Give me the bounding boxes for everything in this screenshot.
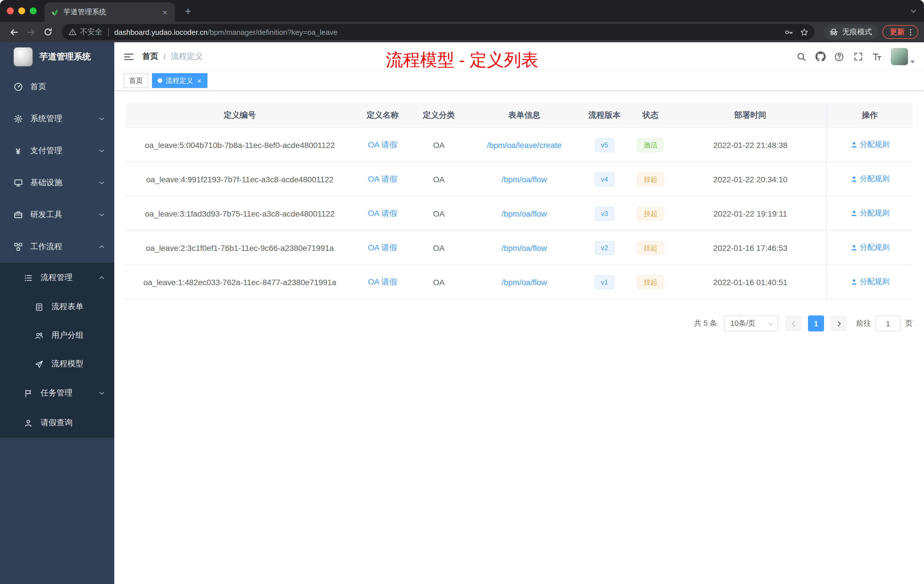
address-bar[interactable]: 不安全 dashboard.yudao.iocoder.cn /bpm/mana… xyxy=(62,24,814,40)
definition-name-link[interactable]: OA 请假 xyxy=(368,243,398,252)
assign-rule-button[interactable]: 分配规则 xyxy=(850,140,889,150)
sidebar-item-infrastructure[interactable]: 基础设施 xyxy=(0,167,114,199)
address-divider xyxy=(108,28,109,36)
definition-id: oa_leave:1:482ec033-762a-11ec-8477-a2380… xyxy=(144,277,336,287)
definition-name-link[interactable]: OA 请假 xyxy=(368,208,398,218)
app-logo[interactable]: 芋道管理系统 xyxy=(0,42,114,71)
definition-id: oa_leave:3:1fad3d93-7b75-11ec-a3c8-acde4… xyxy=(145,209,335,218)
user-menu[interactable] xyxy=(891,48,915,65)
zoom-window-button[interactable] xyxy=(30,7,36,14)
user-icon xyxy=(850,141,858,148)
form-link[interactable]: /bpm/oa/flow xyxy=(502,209,547,218)
page-number-button[interactable]: 1 xyxy=(808,315,824,332)
close-window-button[interactable] xyxy=(7,7,14,14)
status-badge: 挂起 xyxy=(637,206,664,220)
flag-icon xyxy=(23,388,33,398)
sidebar-item-user-group[interactable]: 用户分组 xyxy=(0,321,114,350)
search-icon[interactable] xyxy=(792,47,811,66)
url-host: dashboard.yudao.iocoder.cn xyxy=(114,28,208,36)
definition-name-link[interactable]: OA 请假 xyxy=(368,140,398,149)
col-status: 状态 xyxy=(627,104,674,128)
assign-rule-label: 分配规则 xyxy=(860,243,889,253)
chevron-up-icon xyxy=(98,243,105,250)
sidebar-item-task-mgmt[interactable]: 任务管理 xyxy=(0,378,114,408)
deploy-time: 2022-01-16 01:40:51 xyxy=(713,277,787,287)
chevron-down-icon xyxy=(98,211,105,218)
tag-label: 流程定义 xyxy=(166,76,193,86)
sidebar-item-label: 流程模型 xyxy=(51,359,83,369)
sidebar-item-label: 基础设施 xyxy=(30,178,62,188)
avatar[interactable] xyxy=(891,48,908,65)
sidebar-item-label: 支付管理 xyxy=(30,146,62,156)
chevron-up-icon xyxy=(98,274,105,281)
form-link[interactable]: /bpm/oa/flow xyxy=(502,175,547,184)
sidebar-item-leave-query[interactable]: 请假查询 xyxy=(0,408,114,438)
tag-home[interactable]: 首页 xyxy=(124,73,148,88)
version-tag: v5 xyxy=(594,138,614,152)
new-tab-button[interactable]: + xyxy=(181,4,195,19)
reload-button[interactable] xyxy=(40,24,56,40)
sidebar-item-process-form[interactable]: 流程表单 xyxy=(0,292,114,321)
sidebar-item-workflow[interactable]: 工作流程 xyxy=(0,231,114,263)
hamburger-icon[interactable] xyxy=(124,52,134,61)
sidebar-item-process-model[interactable]: 流程模型 xyxy=(0,350,114,378)
paper-plane-icon xyxy=(34,359,44,369)
tags-view: 首页 流程定义 × xyxy=(114,71,924,91)
form-link[interactable]: /bpm/oa/flow xyxy=(502,243,547,252)
page-size-select[interactable]: 10条/页 xyxy=(724,315,778,332)
sidebar-item-system-mgmt[interactable]: 系统管理 xyxy=(0,103,114,135)
yen-icon: ¥ xyxy=(13,146,23,156)
goto-page: 前往 页 xyxy=(856,315,912,332)
font-size-icon[interactable] xyxy=(868,47,886,66)
github-icon[interactable] xyxy=(811,47,830,66)
sidebar-item-payment-mgmt[interactable]: ¥ 支付管理 xyxy=(0,135,114,167)
fullscreen-icon[interactable] xyxy=(848,47,868,66)
form-link[interactable]: /bpm/oa/flow xyxy=(502,277,547,287)
definition-category: OA xyxy=(433,243,445,252)
tag-close-icon[interactable]: × xyxy=(197,77,201,84)
tab-search-chevron-icon[interactable] xyxy=(910,7,917,15)
col-actions: 操作 xyxy=(827,104,912,128)
window-controls xyxy=(7,7,36,14)
assign-rule-label: 分配规则 xyxy=(860,277,889,287)
breadcrumb-home[interactable]: 首页 xyxy=(142,51,158,62)
assign-rule-button[interactable]: 分配规则 xyxy=(850,277,889,287)
browser-tab[interactable]: 芋道管理系统 × xyxy=(45,2,175,22)
app-title: 芋道管理系统 xyxy=(40,51,91,62)
goto-page-input[interactable] xyxy=(875,315,901,332)
bookmark-star-icon[interactable] xyxy=(797,24,812,40)
sidebar-item-home[interactable]: 首页 xyxy=(0,71,114,103)
chrome-update-menu-button[interactable]: 更新 xyxy=(882,25,918,39)
deploy-time: 2022-01-22 19:19:11 xyxy=(713,209,787,218)
security-label[interactable]: 不安全 xyxy=(80,27,102,37)
sidebar-item-dev-tools[interactable]: 研发工具 xyxy=(0,199,114,231)
sidebar-item-label: 工作流程 xyxy=(30,242,62,252)
back-button[interactable] xyxy=(6,24,22,40)
workflow-submenu: 流程管理 流程表单 用户分组 xyxy=(0,263,114,438)
definition-name-link[interactable]: OA 请假 xyxy=(368,277,398,286)
version-tag: v2 xyxy=(594,241,614,254)
tab-close-icon[interactable]: × xyxy=(160,7,169,17)
help-icon[interactable] xyxy=(830,47,848,66)
chevron-down-icon xyxy=(98,147,105,154)
sidebar-item-process-mgmt[interactable]: 流程管理 xyxy=(0,263,114,292)
breadcrumb-separator: / xyxy=(163,52,166,61)
list-icon xyxy=(23,273,33,282)
assign-rule-button[interactable]: 分配规则 xyxy=(850,243,889,253)
definition-name-link[interactable]: OA 请假 xyxy=(368,174,398,183)
incognito-label: 无痕模式 xyxy=(842,27,872,37)
next-page-button[interactable] xyxy=(831,315,847,332)
minimize-window-button[interactable] xyxy=(18,7,25,14)
assign-rule-button[interactable]: 分配规则 xyxy=(850,174,889,184)
toolbox-icon xyxy=(13,210,23,220)
tag-process-definition[interactable]: 流程定义 × xyxy=(152,73,207,88)
browser-toolbar: 不安全 dashboard.yudao.iocoder.cn /bpm/mana… xyxy=(0,22,924,42)
password-key-icon[interactable] xyxy=(781,24,797,40)
table-row: oa_leave:1:482ec033-762a-11ec-8477-a2380… xyxy=(126,265,912,299)
form-link[interactable]: /bpm/oa/leave/create xyxy=(487,140,562,149)
status-badge: 挂起 xyxy=(637,172,664,186)
chevron-left-icon xyxy=(789,320,797,327)
prev-page-button[interactable] xyxy=(785,315,801,332)
forward-button[interactable] xyxy=(23,24,39,40)
assign-rule-button[interactable]: 分配规则 xyxy=(850,208,889,219)
